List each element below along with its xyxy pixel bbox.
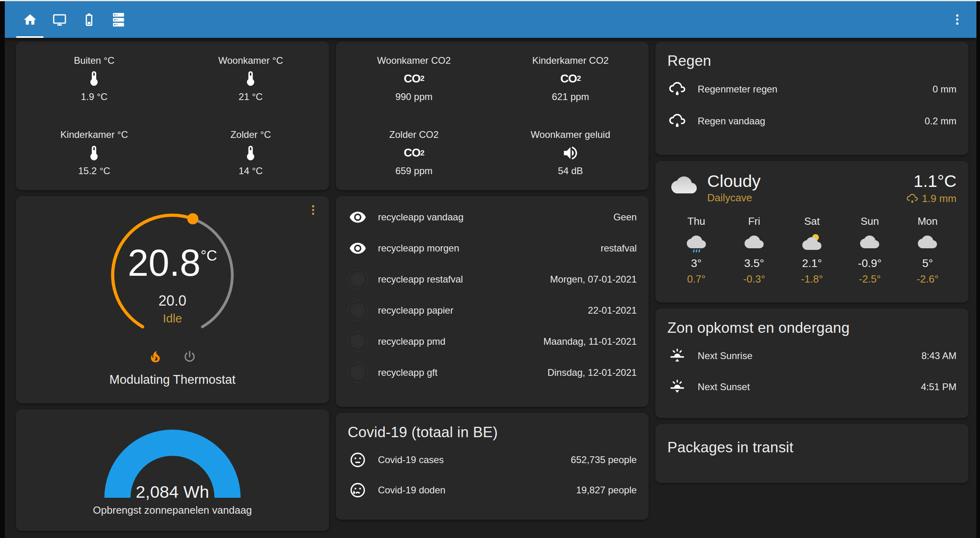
co2-icon: CO2 — [560, 70, 580, 87]
weather-card: Cloudy Dailycave 1.1°C 1.9 mm Thu — [655, 161, 968, 302]
sensor-value: 659 ppm — [395, 165, 432, 177]
list-item-covid-doden[interactable]: Covid-19 doden 19,827 people — [336, 475, 649, 505]
power-icon — [182, 349, 197, 364]
sensor-zolder-co2[interactable]: Zolder CO2 CO2 659 ppm — [336, 116, 492, 190]
rain-rows: Regenmeter regen 0 mm Regen vandaag 0.2 … — [655, 73, 968, 137]
temperature-card: Buiten °C 1.9 °C Woonkamer °C 21 °C Kind… — [16, 41, 329, 190]
forecast-day-label: Fri — [725, 215, 783, 228]
list-item-recycleapp-restafval[interactable]: recycleapp restafval Morgen, 07-01-2021 — [336, 264, 649, 295]
sensor-kinderkamer-temp[interactable]: Kinderkamer °C 15.2 °C — [16, 116, 172, 190]
forecast-day-sun: Sun -0.9° -2.5° — [841, 215, 899, 285]
row-value: 0 mm — [933, 84, 956, 95]
emoticon-neutral-icon — [348, 451, 368, 469]
list-item-next-sunset[interactable]: Next Sunset 4:51 PM — [655, 371, 968, 403]
sensor-value: 14 °C — [239, 165, 263, 177]
solar-gauge-card[interactable]: 2,084 Wh Opbrengst zonnepanelen vandaag — [16, 409, 329, 531]
rain-card: Regen Regenmeter regen 0 mm Regen vandaa… — [655, 41, 968, 155]
thermostat-menu-button[interactable] — [304, 203, 322, 218]
covid-rows: Covid-19 cases 652,735 people Covid-19 d… — [336, 445, 649, 505]
row-value: 4:51 PM — [921, 381, 956, 393]
sensor-value: 1.9 °C — [81, 91, 108, 102]
row-name: Regen vandaag — [698, 116, 914, 127]
sensor-zolder-temp[interactable]: Zolder °C 14 °C — [172, 116, 329, 190]
tab-media[interactable] — [45, 1, 74, 38]
sensor-label: Kinderkamer CO2 — [532, 55, 609, 66]
list-item-recycleapp-pmd[interactable]: recycleapp pmd Maandag, 11-01-2021 — [336, 326, 649, 357]
dots-vertical-icon — [307, 204, 319, 216]
off-mode-button[interactable] — [182, 349, 197, 365]
forecast-day-thu: Thu 3° 0.7° — [667, 215, 725, 285]
sun-card-title: Zon opkomst en ondergang — [655, 308, 968, 340]
row-value: 652,735 people — [571, 454, 637, 465]
forecast-low: 0.7° — [667, 273, 725, 285]
sensor-label: Woonkamer °C — [218, 55, 283, 66]
weather-sunset-down-icon — [667, 378, 687, 396]
television-icon — [52, 12, 67, 27]
thermostat-dial[interactable]: 20.8°C 20.0 Idle — [105, 207, 240, 343]
tab-server[interactable] — [104, 1, 133, 38]
weather-precipitation: 1.9 mm — [906, 192, 956, 205]
list-item-recycleapp-vandaag[interactable]: recycleapp vandaag Geen — [336, 202, 649, 233]
row-value: Dinsdag, 12-01-2021 — [547, 367, 637, 378]
list-item-regenmeter-regen[interactable]: Regenmeter regen 0 mm — [655, 73, 968, 105]
row-name: recycleapp gft — [378, 367, 537, 378]
sun-rows: Next Sunrise 8:43 AM Next Sunset 4:51 PM — [655, 340, 968, 403]
packages-card: Packages in transit — [655, 424, 968, 483]
weather-current[interactable]: Cloudy Dailycave 1.1°C 1.9 mm — [667, 172, 956, 205]
overflow-menu-button[interactable] — [945, 1, 969, 38]
forecast-high: 3° — [667, 257, 725, 270]
row-value: restafval — [601, 243, 637, 254]
cloudy-icon — [667, 172, 701, 199]
column-left: Buiten °C 1.9 °C Woonkamer °C 21 °C Kind… — [16, 41, 329, 538]
weather-attribution: Dailycave — [707, 192, 760, 204]
weather-rainy-icon — [667, 81, 687, 98]
cloudy-forecast-icon — [841, 230, 899, 255]
list-item-regen-vandaag[interactable]: Regen vandaag 0.2 mm — [655, 105, 968, 137]
heat-mode-button[interactable] — [148, 349, 163, 365]
list-item-recycleapp-morgen[interactable]: recycleapp morgen restafval — [336, 233, 649, 264]
list-item-recycleapp-papier[interactable]: recycleapp papier 22-01-2021 — [336, 295, 649, 326]
row-value: 19,827 people — [576, 485, 637, 496]
weather-right: 1.1°C 1.9 mm — [906, 172, 956, 205]
rain-card-title: Regen — [655, 41, 968, 73]
sensor-label: Kinderkamer °C — [61, 129, 128, 140]
sensor-woonkamer-temp[interactable]: Woonkamer °C 21 °C — [172, 41, 329, 116]
row-value: Maandag, 11-01-2021 — [543, 336, 637, 347]
sensor-label: Buiten °C — [74, 55, 115, 66]
thermometer-icon — [85, 70, 103, 87]
sensor-buiten[interactable]: Buiten °C 1.9 °C — [16, 41, 172, 116]
cloudy-forecast-icon — [725, 230, 783, 255]
home-icon — [23, 12, 37, 27]
sensor-label: Woonkamer CO2 — [377, 55, 451, 66]
row-value: Morgen, 07-01-2021 — [550, 274, 637, 285]
row-value: 22-01-2021 — [588, 305, 637, 316]
column-middle: Woonkamer CO2 CO2 990 ppm Kinderkamer CO… — [336, 41, 649, 538]
fire-icon — [148, 349, 163, 364]
tab-home[interactable] — [15, 1, 45, 38]
co2-icon: CO2 — [404, 70, 424, 87]
forecast-high: -0.9° — [841, 257, 899, 270]
eye-icon — [348, 240, 368, 257]
solar-value: 2,084 Wh — [97, 482, 248, 502]
sensor-woonkamer-co2[interactable]: Woonkamer CO2 CO2 990 ppm — [336, 41, 492, 116]
sensor-kinderkamer-co2[interactable]: Kinderkamer CO2 CO2 621 ppm — [492, 41, 649, 116]
volume-high-icon — [562, 144, 579, 162]
thermostat-modes — [148, 349, 197, 365]
list-item-next-sunrise[interactable]: Next Sunrise 8:43 AM — [655, 340, 968, 371]
thermostat-name: Modulating Thermostat — [110, 373, 235, 387]
eye-icon — [348, 208, 368, 226]
thermometer-icon — [85, 144, 103, 162]
emoticon-cry-icon — [348, 481, 368, 499]
list-item-recycleapp-gft[interactable]: recycleapp gft Dinsdag, 12-01-2021 — [336, 357, 649, 388]
forecast-day-fri: Fri 3.5° -0.3° — [725, 215, 783, 285]
list-item-covid-cases[interactable]: Covid-19 cases 652,735 people — [336, 445, 649, 475]
sensor-woonkamer-geluid[interactable]: Woonkamer geluid 54 dB — [492, 116, 649, 190]
thermometer-icon — [242, 144, 259, 162]
thermostat-current-temp: 20.8°C — [105, 242, 240, 285]
dashboard-viewport: Buiten °C 1.9 °C Woonkamer °C 21 °C Kind… — [5, 1, 976, 538]
tab-battery[interactable] — [74, 1, 104, 38]
thermostat-knob[interactable] — [187, 213, 198, 224]
forecast-low: -1.8° — [783, 273, 841, 285]
sensor-value: 21 °C — [239, 91, 263, 102]
dashboard-content: Buiten °C 1.9 °C Woonkamer °C 21 °C Kind… — [16, 41, 968, 538]
